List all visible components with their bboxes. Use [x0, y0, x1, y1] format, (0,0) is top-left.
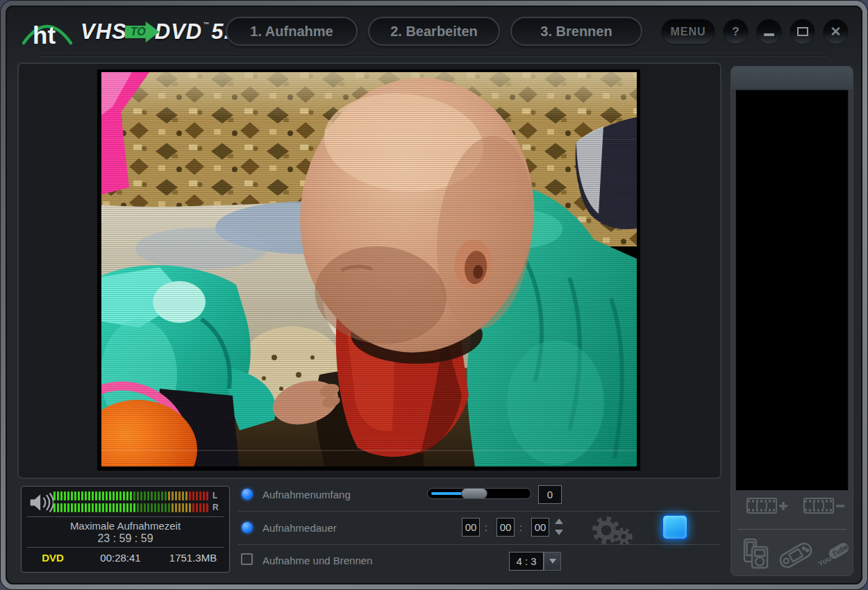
option-dot-aufnahmenumfang[interactable]	[242, 489, 253, 500]
step-tabs: 1. Aufnahme 2. Bearbeiten 3. Brennen	[226, 17, 642, 46]
spinner-up-button[interactable]	[555, 519, 563, 524]
elapsed-time-value: 00:28:41	[84, 552, 157, 564]
captured-video-image	[97, 69, 640, 471]
add-clip-button[interactable]	[746, 497, 788, 515]
video-preview-panel	[17, 62, 721, 479]
logo-vhs: VHS	[81, 19, 127, 44]
tab-aufnahme-label: 1. Aufnahme	[250, 24, 333, 40]
audio-level-meter-right: R	[53, 503, 219, 512]
maximize-button[interactable]	[790, 19, 815, 44]
tab-brennen[interactable]: 3. Brennen	[510, 17, 642, 46]
audio-level-meters: L R	[53, 491, 219, 514]
slider-thumb[interactable]	[461, 488, 487, 499]
speaker-icon[interactable]	[28, 491, 53, 514]
duration-seconds-field[interactable]: 00	[531, 518, 549, 537]
row-divider	[238, 511, 720, 512]
window-controls: MENU ? ✕	[661, 19, 856, 44]
app-logo: ht VHSTODVD™5.0	[21, 15, 243, 49]
minimize-button[interactable]	[756, 19, 782, 44]
close-icon: ✕	[831, 24, 842, 40]
help-button[interactable]: ?	[723, 19, 749, 44]
audio-level-meter-left: L	[53, 491, 219, 500]
range-value-field[interactable]: 0	[538, 485, 562, 504]
duration-hours-field[interactable]: 00	[462, 518, 480, 537]
aspect-ratio-dropdown-button[interactable]	[544, 552, 561, 571]
record-settings-button[interactable]	[591, 512, 633, 551]
audio-status-panel: L R Maximale Aufnahmezeit 23 : 59 : 59 D…	[21, 486, 230, 573]
export-psp-button[interactable]	[777, 540, 815, 571]
ht-mark: ht	[33, 22, 56, 49]
app-title: VHSTODVD™5.0	[81, 19, 243, 44]
option-dot-aufnahmedauer[interactable]	[242, 522, 253, 533]
aufnahmenumfang-label: Aufnahmenumfang	[262, 489, 351, 500]
app-window: ht VHSTODVD™5.0 1. Aufnahme 2. Bearbeite…	[0, 0, 868, 590]
honestech-ht-logo-icon: ht	[21, 15, 74, 49]
level-segments-left	[53, 491, 208, 500]
channel-right-label: R	[212, 503, 219, 512]
panel-divider	[27, 547, 224, 548]
tab-bearbeiten[interactable]: 2. Bearbeiten	[368, 17, 500, 46]
chevron-down-icon	[549, 559, 556, 564]
clip-list-header	[731, 67, 853, 89]
recorded-size-value: 1751.3MB	[157, 552, 229, 564]
panel-divider	[27, 516, 224, 517]
max-record-time-value: 23 : 59 : 59	[22, 532, 229, 545]
trademark-symbol: ™	[203, 21, 210, 28]
close-button[interactable]: ✕	[823, 19, 849, 44]
row-divider	[238, 544, 720, 545]
level-segments-right	[53, 503, 208, 512]
titlebar-divider	[40, 56, 828, 57]
menu-button[interactable]: MENU	[661, 19, 715, 44]
duration-spinner	[555, 519, 563, 535]
clip-list[interactable]	[735, 90, 849, 491]
record-and-burn-label: Aufnahme und Brennen	[262, 555, 372, 566]
channel-left-label: L	[212, 491, 217, 500]
export-youtube-button[interactable]: You Tube	[813, 537, 852, 571]
record-stop-button[interactable]	[662, 514, 688, 540]
sidebar-divider	[737, 529, 846, 530]
aspect-ratio-select[interactable]: 4 : 3	[509, 552, 544, 571]
aufnahmedauer-label: Aufnahmedauer	[262, 522, 337, 534]
video-frame	[97, 69, 640, 471]
tab-bearbeiten-label: 2. Bearbeiten	[390, 24, 478, 40]
disc-type-label: DVD	[22, 552, 84, 564]
max-record-time-label: Maximale Aufnahmezeit	[22, 520, 229, 532]
time-colon: :	[485, 521, 487, 533]
duration-minutes-field[interactable]: 00	[496, 518, 515, 537]
remove-clip-button[interactable]	[803, 497, 845, 515]
export-mobile-device-button[interactable]	[742, 537, 771, 571]
record-range-slider[interactable]	[427, 488, 531, 499]
question-icon: ?	[732, 25, 739, 39]
time-colon: :	[519, 521, 522, 533]
minimize-icon	[764, 33, 774, 36]
logo-dvd: DVD	[155, 19, 202, 44]
disc-status-row: DVD 00:28:41 1751.3MB	[22, 552, 229, 564]
tab-brennen-label: 3. Brennen	[540, 24, 612, 40]
tab-aufnahme[interactable]: 1. Aufnahme	[226, 17, 358, 46]
maximize-icon	[797, 27, 808, 36]
clip-list-panel: You Tube	[731, 66, 853, 576]
spinner-down-button[interactable]	[555, 530, 563, 535]
record-and-burn-checkbox[interactable]	[241, 553, 253, 565]
